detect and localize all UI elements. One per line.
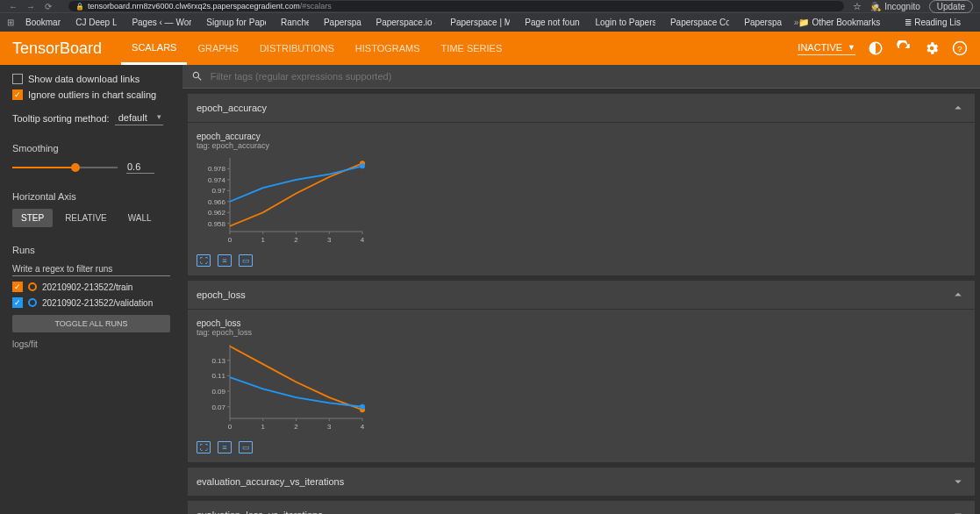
chart-title: epoch_accuracy [197,132,966,141]
panel-epoch_loss: epoch_loss epoch_loss tag: epoch_loss 0.… [188,281,975,462]
tensorboard-logo: TensorBoard [12,39,102,58]
url-host: tensorboard.nrn8zv6000.clw6rxq2s.papersp… [88,2,300,11]
bookmark-star-icon[interactable]: ☆ [853,1,862,12]
chevron-up-icon [950,100,966,116]
content-area: epoch_accuracy epoch_accuracy tag: epoch… [182,65,980,514]
smoothing-label: Smoothing [12,143,170,153]
lock-icon: 🔒 [75,3,84,11]
bookmark-item[interactable]: Paperspace | Mac… [447,18,510,27]
chart-tag: tag: epoch_loss [197,328,966,337]
svg-text:4: 4 [361,236,365,244]
toggle-log-icon[interactable]: ≡ [218,254,232,267]
update-button[interactable]: Update [929,0,973,13]
tab-time series[interactable]: TIME SERIES [431,32,513,65]
bookmark-item[interactable]: Signup for Papers… [204,18,266,27]
svg-text:1: 1 [261,423,266,431]
chevron-down-icon: ▼ [848,43,855,52]
reload-icon[interactable]: ⟳ [42,0,54,12]
svg-text:0.958: 0.958 [208,220,226,228]
svg-text:0.11: 0.11 [211,372,225,380]
svg-text:3: 3 [327,423,332,431]
run-row[interactable]: ✓20210902-213522/validation [12,297,170,308]
svg-text:0.09: 0.09 [211,388,225,396]
bookmark-item[interactable]: Page not found ·… [522,18,580,27]
checkbox-icon [12,74,23,84]
forward-icon[interactable]: → [25,0,37,12]
chart-plot: 0.9580.9620.9660.970.9740.97801234 [197,153,368,246]
tooltip-sort-label: Tooltip sorting method: [12,113,110,124]
show-download-checkbox[interactable]: Show data download links [12,74,170,84]
bookmark-item[interactable]: Pages ‹ — WordP… [129,18,191,27]
panel-header[interactable]: evaluation_loss_vs_iterations [188,501,975,514]
bookmark-item[interactable]: Bookmarks [23,18,61,27]
fit-domain-icon[interactable]: ▭ [239,441,253,453]
horizontal-axis-label: Horizontal Axis [12,191,170,202]
panel-epoch_accuracy: epoch_accuracy epoch_accuracy tag: epoch… [188,94,975,275]
other-bookmarks[interactable]: 📁 Other Bookmarks [798,18,880,27]
svg-text:0: 0 [228,236,232,244]
tab-distributions[interactable]: DISTRIBUTIONS [249,32,345,65]
url-path: /#scalars [300,2,332,11]
axis-btn-step[interactable]: STEP [12,209,53,227]
tab-scalars[interactable]: SCALARS [121,32,187,65]
svg-text:0.962: 0.962 [208,209,226,217]
svg-text:0.97: 0.97 [211,187,225,195]
reload-mode-select[interactable]: INACTIVE ▼ [798,42,855,55]
bookmark-item[interactable]: Paperspace [741,18,782,27]
axis-btn-wall[interactable]: WALL [119,209,161,227]
fit-domain-icon[interactable]: ▭ [239,254,253,267]
search-icon [191,70,204,82]
address-bar[interactable]: 🔒 tensorboard.nrn8zv6000.clw6rxq2s.paper… [68,1,844,11]
bookmark-item[interactable]: Login to Paperspa… [592,18,655,27]
panel-header[interactable]: epoch_accuracy [188,94,975,122]
panel-header[interactable]: epoch_loss [188,281,975,309]
toggle-all-runs-button[interactable]: TOGGLE ALL RUNS [12,315,170,332]
chart-plot: 0.070.090.110.1301234 [197,340,368,432]
help-icon[interactable]: ? [952,40,968,56]
theme-toggle-icon[interactable] [868,40,883,56]
tab-graphs[interactable]: GRAPHS [187,32,248,65]
tab-histograms[interactable]: HISTOGRAMS [345,32,431,65]
svg-text:0.966: 0.966 [208,198,226,206]
axis-btn-relative[interactable]: RELATIVE [56,209,116,227]
expand-chart-icon[interactable]: ⛶ [197,254,211,267]
chart-card: epoch_accuracy tag: epoch_accuracy 0.958… [197,132,966,267]
back-icon[interactable]: ← [7,0,19,12]
runs-filter-input[interactable]: Write a regex to filter runs [12,262,170,276]
sidebar: Show data download links Ignore outliers… [0,65,182,514]
tab-bar: SCALARSGRAPHSDISTRIBUTIONSHISTOGRAMSTIME… [121,32,512,65]
smoothing-input[interactable]: 0.6 [126,161,154,174]
logdir-label: logs/fit [12,339,170,349]
tooltip-sort-select[interactable]: default [115,111,163,125]
svg-text:2: 2 [294,423,298,431]
refresh-icon[interactable] [896,40,912,56]
svg-text:0.07: 0.07 [211,403,225,411]
tag-filter-input[interactable] [211,71,971,82]
apps-icon[interactable]: ⊞ [7,18,14,27]
panel-body: epoch_loss tag: epoch_loss 0.070.090.110… [188,310,975,462]
browser-nav-bar: ← → ⟳ 🔒 tensorboard.nrn8zv6000.clw6rxq2s… [0,0,980,12]
chevron-up-icon [950,287,966,303]
checkbox-checked-icon [12,89,23,100]
chart-tag: tag: epoch_accuracy [197,141,966,150]
incognito-indicator[interactable]: 🕵 Incognito [870,2,920,11]
run-row[interactable]: ✓20210902-213522/train [12,282,170,292]
smoothing-slider[interactable] [12,167,118,168]
tensorboard-header: TensorBoard SCALARSGRAPHSDISTRIBUTIONSHI… [0,32,980,65]
bookmark-item[interactable]: Paperspace [321,18,361,27]
reading-list[interactable]: ≣ Reading Lis [905,18,961,27]
bookmark-item[interactable]: Rancher [278,18,309,27]
toggle-log-icon[interactable]: ≡ [218,441,232,453]
svg-point-28 [360,163,365,168]
list-icon: ≣ [905,18,912,27]
settings-icon[interactable] [924,40,940,56]
bookmark-item[interactable]: Paperspace Cons… [668,18,729,27]
expand-chart-icon[interactable]: ⛶ [197,441,211,453]
panel-header[interactable]: evaluation_accuracy_vs_iterations [188,468,975,496]
ignore-outliers-checkbox[interactable]: Ignore outliers in chart scaling [12,89,170,100]
incognito-icon: 🕵 [870,2,881,11]
chevron-down-icon [950,474,966,489]
bookmark-item[interactable]: CJ Deep Link [73,18,117,27]
checkbox-checked-icon: ✓ [12,282,23,292]
bookmark-item[interactable]: Paperspace.io - C… [374,18,436,27]
